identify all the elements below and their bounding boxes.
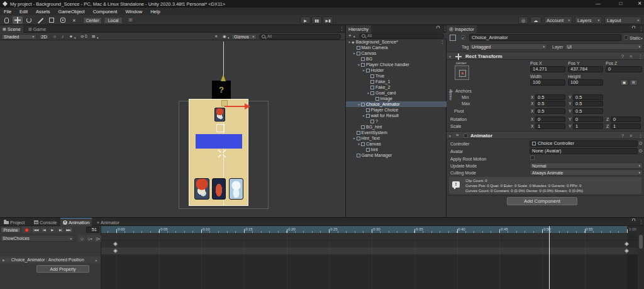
dopesheet[interactable]: 0:00 0:05 0:10 0:15 0:20 0:25 0:30 0:35 … xyxy=(101,226,644,289)
anchors-foldout-icon[interactable]: ▼ xyxy=(450,89,453,93)
hierarchy-item-game-manager[interactable]: Game Manager xyxy=(346,152,447,158)
playhead[interactable] xyxy=(549,226,550,289)
scene-effects-icon[interactable]: ★ xyxy=(69,35,73,39)
help-icon[interactable]: ? xyxy=(621,133,624,138)
raw-edit-button[interactable]: R xyxy=(630,79,638,86)
menu-component[interactable]: Component xyxy=(93,9,118,14)
rect-transform-header[interactable]: ▼ Rect Transform ? ≡ ⋮ xyxy=(447,52,644,60)
hierarchy-item-player-choice[interactable]: Player Choice xyxy=(346,107,447,113)
rotation-x-field[interactable]: 0 xyxy=(535,116,565,122)
gizmo-x-arrow-head[interactable] xyxy=(245,103,250,110)
foldout-icon[interactable]: ▼ xyxy=(362,114,366,118)
chevron-down-icon[interactable]: ▾ xyxy=(353,35,355,38)
goto-last-key-button[interactable]: ▶▶| xyxy=(65,227,72,233)
rotation-y-field[interactable]: 0 xyxy=(573,116,603,122)
menu-assets[interactable]: Assets xyxy=(36,9,50,14)
hierarchy-search-input[interactable]: All xyxy=(359,33,444,38)
scale-y-field[interactable]: 1 xyxy=(573,123,603,129)
scene-tools-icon[interactable]: ✕ xyxy=(214,35,218,39)
component-menu-icon[interactable]: ⋮ xyxy=(638,54,643,59)
menu-gameobject[interactable]: GameObject xyxy=(58,9,85,14)
hierarchy-item-fake1[interactable]: Fake_1 xyxy=(346,79,447,84)
menu-edit[interactable]: Edit xyxy=(19,9,28,14)
hierarchy-item-bg[interactable]: BG xyxy=(346,56,447,62)
anchor-min-x-field[interactable]: 0.5 xyxy=(535,94,565,100)
foldout-icon[interactable]: ▼ xyxy=(448,55,452,59)
transform-tool-button[interactable] xyxy=(58,16,68,24)
gizmo-x-arrow-shaft[interactable] xyxy=(225,106,245,107)
foldout-icon[interactable]: ▼ xyxy=(357,103,361,106)
anim-play-button[interactable]: ▶ xyxy=(48,227,56,233)
collab-button[interactable]: ◎ xyxy=(518,16,528,24)
hierarchy-item-choice-animator[interactable]: ▼Choice_Animator xyxy=(346,101,447,107)
active-checkbox[interactable]: ✓ xyxy=(461,35,465,40)
height-field[interactable]: 100 xyxy=(568,79,603,86)
gizmo-y-arrow[interactable] xyxy=(221,74,226,81)
rotate-tool-button[interactable] xyxy=(24,16,34,24)
hierarchy-item-eventsystem[interactable]: EventSystem xyxy=(346,130,447,135)
hierarchy-item-holder[interactable]: ▼Holder xyxy=(346,67,447,73)
static-dropdown-icon[interactable]: ▾ xyxy=(641,37,643,40)
controller-field[interactable]: Choice Controller xyxy=(530,140,638,147)
add-component-button[interactable]: Add Component xyxy=(507,197,577,205)
animator-enabled-checkbox[interactable] xyxy=(464,133,468,138)
step-button[interactable]: ▶▮ xyxy=(323,16,333,24)
hand-tool-button[interactable] xyxy=(1,16,11,24)
pivot-y-field[interactable]: 0.5 xyxy=(573,108,603,114)
pos-y-field[interactable]: 437.784 xyxy=(568,66,603,72)
name-field[interactable]: Choice_Animator xyxy=(469,34,621,41)
hierarchy-item-canvas2[interactable]: ▼Canvas xyxy=(346,141,447,147)
tab-project[interactable]: Project xyxy=(1,218,27,226)
gizmos-dropdown[interactable]: Gizmos▾ xyxy=(231,34,257,40)
record-button[interactable] xyxy=(22,227,31,233)
rotation-z-field[interactable]: 0 xyxy=(611,116,641,122)
tag-dropdown[interactable]: Untagged▾ xyxy=(469,43,547,50)
presets-icon[interactable]: ≡ xyxy=(630,54,632,59)
layers-dropdown[interactable]: Layers▾ xyxy=(575,16,602,24)
root-motion-checkbox[interactable] xyxy=(530,156,535,160)
pos-z-field[interactable]: 0 xyxy=(606,66,642,72)
hierarchy-item-image[interactable]: Image xyxy=(346,96,447,101)
update-mode-dropdown[interactable]: Normal▾ xyxy=(530,162,643,169)
goto-first-key-button[interactable]: |◀◀ xyxy=(32,227,40,233)
menu-help[interactable]: Help xyxy=(150,9,160,14)
hierarchy-item-true[interactable]: True xyxy=(346,73,447,79)
foldout-icon[interactable]: ▼ xyxy=(357,63,361,67)
foldout-icon[interactable]: ▼ xyxy=(352,52,357,55)
width-field[interactable]: 100 xyxy=(530,79,565,86)
scene-visibility-icon[interactable]: ⊘ xyxy=(80,35,84,39)
static-checkbox[interactable] xyxy=(624,35,628,40)
scrollbar-thumb[interactable] xyxy=(639,235,643,249)
hierarchy-item-hint[interactable]: hint xyxy=(346,147,447,152)
anchor-max-y-field[interactable]: 0.5 xyxy=(573,101,603,106)
foldout-icon[interactable]: ▼ xyxy=(352,137,357,140)
tab-game[interactable]: ▨ Game xyxy=(26,25,48,33)
pos-x-field[interactable]: 14.271 xyxy=(530,66,565,72)
help-icon[interactable]: ? xyxy=(621,54,624,59)
pivot-center-button[interactable]: Center xyxy=(83,17,102,24)
foldout-icon[interactable]: ▼ xyxy=(347,40,352,44)
animation-menu-icon[interactable]: ⋮ xyxy=(639,219,643,224)
menu-file[interactable]: File xyxy=(4,9,11,14)
scene-light-icon[interactable]: ☼ xyxy=(53,35,57,39)
hierarchy-item-goal-card[interactable]: ▼Goal_card xyxy=(346,90,447,96)
object-picker-icon[interactable]: ⊙ xyxy=(638,149,643,154)
hierarchy-item-question[interactable]: ? xyxy=(346,118,447,124)
preview-button[interactable]: Preview xyxy=(1,227,21,233)
play-button[interactable]: ▶ xyxy=(300,16,311,24)
hierarchy-item-player-choice-handler[interactable]: ▼Player Choice handler xyxy=(346,62,447,67)
close-button[interactable]: ✕ xyxy=(634,0,644,8)
anchor-preset-widget[interactable] xyxy=(455,65,469,80)
maximize-button[interactable]: □ xyxy=(615,0,626,8)
tab-animation[interactable]: Animation xyxy=(60,218,92,226)
2d-toggle-button[interactable]: 2D xyxy=(39,34,49,40)
clip-dropdown[interactable]: ShowChoices▾ xyxy=(0,235,74,242)
scene-menu-icon[interactable]: ⋮ xyxy=(440,40,445,45)
grid-snap-icon[interactable]: ⊞ xyxy=(128,18,133,23)
layout-dropdown[interactable]: Layout▾ xyxy=(604,16,641,24)
cloud-button[interactable]: ☁ xyxy=(530,16,541,24)
foldout-icon[interactable]: ▶ xyxy=(3,258,5,262)
add-property-button[interactable]: Add Property xyxy=(36,265,89,273)
scene-panel-menu-icon[interactable]: ⋮ xyxy=(340,26,344,31)
scene-grid-icon[interactable]: ⊞ xyxy=(92,35,95,39)
